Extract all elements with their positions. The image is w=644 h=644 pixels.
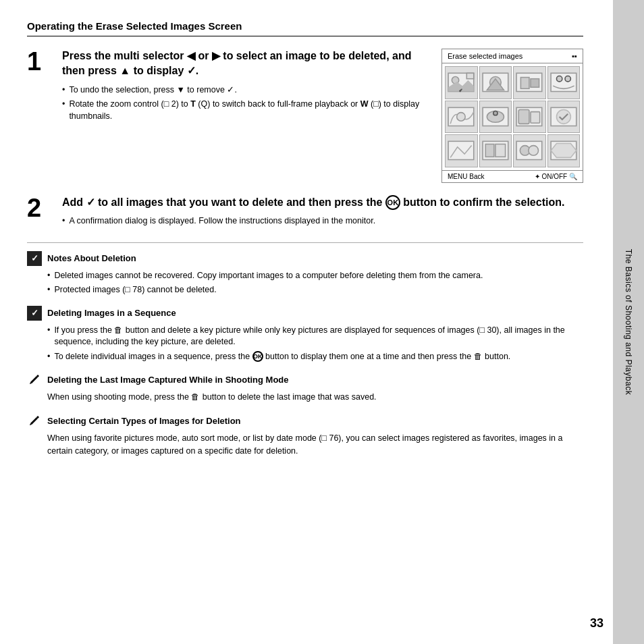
ok-icon: OK	[385, 195, 400, 210]
thumb-7	[513, 101, 546, 134]
note-last-image-title: Deleting the Last Image Captured While i…	[47, 375, 289, 385]
check-icon-2: ✓	[27, 306, 42, 321]
svg-rect-19	[531, 111, 540, 123]
sidebar: The Basics of Shooting and Playback	[613, 0, 644, 644]
note-select-types: Selecting Certain Types of Images for De…	[27, 413, 583, 458]
thumb-12	[547, 134, 581, 167]
thumb-3	[513, 66, 546, 99]
note-select-types-text: When using favorite pictures mode, auto …	[27, 432, 583, 458]
step-1-text: Press the multi selector ◀ or ▶ to selec…	[62, 49, 428, 79]
thumb-6	[479, 101, 512, 134]
note-last-image-header: Deleting the Last Image Captured While i…	[27, 372, 583, 387]
step-2-number: 2	[27, 195, 51, 230]
thumb-8	[547, 101, 581, 134]
note-last-image-text: When using shooting mode, press the 🗑 bu…	[27, 391, 583, 404]
thumb-9	[445, 134, 478, 167]
note-sequence-bullet-1: If you press the 🗑 button and delete a k…	[47, 325, 583, 348]
note-sequence-bullet-2: To delete individual images in a sequenc…	[47, 351, 583, 363]
step-1: 1 Press the multi selector ◀ or ▶ to sel…	[27, 49, 583, 183]
svg-rect-7	[521, 78, 530, 89]
step-1-number: 1	[27, 49, 51, 183]
svg-rect-18	[519, 109, 530, 124]
note-deletion-bullet-2: Protected images (□ 78) cannot be delete…	[47, 284, 583, 296]
main-content: Operating the Erase Selected Images Scre…	[0, 0, 610, 487]
note-deletion-header: ✓ Notes About Deletion	[27, 251, 583, 266]
step-2-text: Add ✓ to all images that you want to del…	[62, 195, 583, 211]
svg-rect-2	[467, 74, 474, 79]
note-sequence-bullets: If you press the 🗑 button and delete a k…	[27, 325, 583, 363]
note-sequence-title: Deleting Images in a Sequence	[47, 308, 176, 318]
pencil-icon-1	[27, 372, 42, 387]
page-title: Operating the Erase Selected Images Scre…	[27, 20, 583, 36]
erase-screen-title: Erase selected images ▪▪	[442, 49, 583, 63]
note-deletion-bullet-1: Deleted images cannot be recovered. Copy…	[47, 270, 583, 282]
thumb-10	[479, 134, 512, 167]
svg-point-11	[565, 76, 570, 82]
erase-screen: Erase selected images ▪▪ ✓	[441, 49, 583, 183]
pencil-icon-2	[27, 413, 42, 428]
svg-text:✓: ✓	[460, 88, 463, 92]
note-deletion-bullets: Deleted images cannot be recovered. Copy…	[27, 270, 583, 296]
svg-point-16	[493, 111, 498, 115]
step-1-content: Press the multi selector ◀ or ▶ to selec…	[62, 49, 583, 183]
step-2-content: Add ✓ to all images that you want to del…	[62, 195, 583, 230]
note-deletion-title: Notes About Deletion	[47, 253, 136, 263]
svg-point-13	[457, 112, 466, 121]
svg-point-28	[529, 146, 539, 156]
sidebar-label: The Basics of Shooting and Playback	[624, 249, 633, 395]
ok-icon-2: OK	[252, 351, 263, 362]
thumb-5	[445, 101, 478, 134]
step-2-bullet-1: A confirmation dialog is displayed. Foll…	[62, 215, 583, 227]
erase-screen-bottom: MENU Back ✦ ON/OFF 🔍	[442, 170, 583, 182]
note-sequence-header: ✓ Deleting Images in a Sequence	[27, 306, 583, 321]
thumb-1: ✓	[445, 66, 478, 99]
thumb-11	[513, 134, 546, 167]
thumb-4	[547, 66, 581, 99]
note-deletion: ✓ Notes About Deletion Deleted images ca…	[27, 251, 583, 296]
step-2: 2 Add ✓ to all images that you want to d…	[27, 195, 583, 230]
erase-screen-grid: ✓	[442, 63, 583, 170]
note-select-types-header: Selecting Certain Types of Images for De…	[27, 413, 583, 428]
svg-rect-8	[531, 79, 539, 88]
check-icon-1: ✓	[27, 251, 42, 266]
step-2-bullets: A confirmation dialog is displayed. Foll…	[62, 215, 583, 227]
step-1-bullet-2: Rotate the zoom control (□ 2) to T (Q) t…	[62, 99, 428, 122]
svg-rect-25	[495, 144, 506, 157]
page-number: 33	[590, 616, 603, 630]
svg-point-10	[556, 76, 562, 82]
note-last-image: Deleting the Last Image Captured While i…	[27, 372, 583, 404]
thumb-2	[479, 66, 512, 99]
note-select-types-title: Selecting Certain Types of Images for De…	[47, 416, 241, 426]
separator-1	[27, 242, 583, 243]
note-sequence: ✓ Deleting Images in a Sequence If you p…	[27, 306, 583, 363]
step-1-bullets: To undo the selection, press ▼ to remove…	[62, 84, 428, 123]
step-1-bullet-1: To undo the selection, press ▼ to remove…	[62, 84, 428, 97]
svg-point-21	[556, 109, 570, 124]
svg-rect-24	[485, 144, 494, 157]
